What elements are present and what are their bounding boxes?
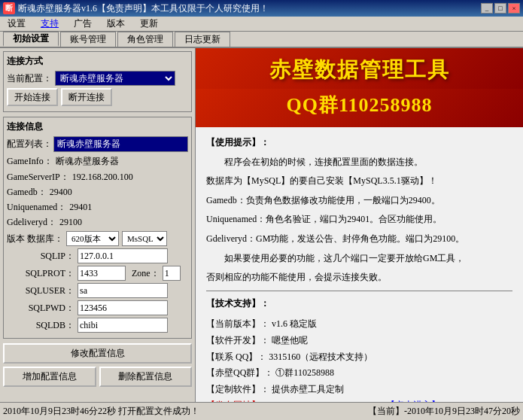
tech-header: 【技术支持】： [206,298,269,309]
tech-value-2: 3315160（远程技术支持） [269,352,372,362]
gdeliveryd-label: Gdeliveryd： [7,216,56,229]
db-type-select[interactable]: MsSQL库 MySQL库 [122,231,167,246]
right-panel: 赤壁数据管理工具 QQ群110258988 【使用提示】： 程序会在初始的时候，… [196,48,523,402]
tips-line-6: 否则相应的功能不能使用，会提示连接失败。 [206,269,512,286]
conn-section-title: 连接方式 [7,55,188,68]
tech-row-3: 【赤壁QQ群】： ①群110258988 [206,365,512,382]
sqlip-row: SQLIP： [7,248,188,263]
conn-info-title: 连接信息 [7,120,188,133]
title-bar-left: 断 断魂赤壁服务器v1.6【免责声明】本工具仅限于个人研究使用！ [3,2,269,15]
menu-item-settings[interactable]: 设置 [3,16,30,32]
gameserverip-row: GameServerIP： 192.168.200.100 [7,171,188,184]
tab-bar: 初始设置 账号管理 角色管理 日志更新 [0,32,523,48]
bottom-buttons: 修改配置信息 增加配置信息 删除配置信息 [3,343,192,387]
tech-row-4: 【定制软件】： 提供赤壁工具定制 [206,382,512,398]
sqlport-input[interactable] [78,266,126,281]
window-title: 断魂赤壁服务器v1.6【免责声明】本工具仅限于个人研究使用！ [18,2,269,15]
menu-item-support[interactable]: 支持 [36,16,63,32]
tab-role-management[interactable]: 角色管理 [117,32,173,47]
current-config-row: 当前配置： 断魂赤壁服务器 [7,71,188,86]
tech-row-2: 【联系 QQ】： 3315160（远程技术支持） [206,349,512,366]
gdeliveryd-value: 29100 [58,216,84,229]
menu-item-version[interactable]: 版本 [102,16,129,32]
config-select[interactable]: 断魂赤壁服务器 [55,71,175,86]
tips-line-1: 数据库为【MySQL】的要自己安装【MySQL3.5.1驱动】！ [206,173,512,190]
gamedb-value: 29400 [48,186,74,199]
sqluser-label: SQLUSER： [7,285,74,297]
disconnect-button[interactable]: 断开连接 [61,88,112,106]
sqlpwd-row: SQLPWD： [7,300,188,315]
gamedb-row: Gamedb： 29400 [7,186,188,199]
tab-initial-settings[interactable]: 初始设置 [3,32,59,47]
version-row: 版本 数据库： 620版本 519版本 MsSQL库 MySQL库 [7,231,188,246]
menu-item-update[interactable]: 更新 [135,16,163,32]
sqldb-input[interactable] [78,318,168,333]
uniquenamed-label: Uniquenamed： [7,201,66,214]
tips-line-3: Uniquenamed：角色名验证，端口为29401。合区功能使用。 [206,212,512,228]
left-panel: 连接方式 当前配置： 断魂赤壁服务器 开始连接 断开连接 连接信息 配置列表： … [0,48,196,402]
tips-line-0: 程序会在初始的时候，连接配置里面的数据连接。 [206,154,512,171]
tab-log-update[interactable]: 日志更新 [175,32,230,47]
menu-bar: 设置 支持 广告 版本 更新 [0,17,523,32]
version-select[interactable]: 620版本 519版本 [66,231,119,246]
tips-line-4: Gdeliveryd：GM功能，发送公告、封停角色功能。端口为29100。 [206,231,512,248]
tech-row-0: 【当前版本】： v1.6 稳定版 [206,316,512,333]
minimize-button[interactable]: _ [481,3,493,14]
right-content: 【使用提示】： 程序会在初始的时候，连接配置里面的数据连接。 数据库为【MySQ… [196,127,523,402]
sqlpwd-input[interactable] [78,300,168,315]
sqlport-label: SQLPROT： [7,267,74,280]
tips-line-2: Gamedb：负责角色数据修改功能使用，一般端口为29400。 [206,193,512,209]
tech-value-0: v1.6 稳定版 [272,318,317,329]
sqlip-label: SQLIP： [7,250,74,263]
close-button[interactable]: × [508,3,520,14]
tech-label-4: 【定制软件】： [206,384,269,394]
sqluser-row: SQLUSER： [7,283,188,298]
version-label: 版本 数据库： [7,233,63,245]
gameserverip-label: GameServerIP： [7,171,69,184]
uniquenamed-value: 29401 [68,201,93,214]
tips-header: 【使用提示】： [206,137,269,148]
title-buttons: _ □ × [481,3,520,14]
tech-block: 【当前版本】： v1.6 稳定版 【软件开发】： 嗯堡他呢 【联系 QQ】： 3… [206,316,512,402]
gameserverip-value: 192.168.200.100 [71,171,135,184]
status-bar: 2010年10月9日23时46分22秒 打开配置文件成功！ 【当前】-2010年… [0,402,523,420]
divider [206,291,512,291]
status-right: 【当前】-2010年10月9日23时47分20秒 [368,405,520,418]
gameinfo-label: GameInfo： [7,155,53,168]
gamedb-label: Gamedb： [7,186,47,199]
sqluser-input[interactable] [78,283,168,298]
add-config-button[interactable]: 增加配置信息 [3,367,96,387]
main-content: 连接方式 当前配置： 断魂赤壁服务器 开始连接 断开连接 连接信息 配置列表： … [0,48,523,402]
tech-label-2: 【联系 QQ】： [206,352,266,362]
status-left: 2010年10月9日23时46分22秒 打开配置文件成功！ [3,405,362,418]
current-config-label: 当前配置： [7,72,52,85]
tech-label-1: 【软件开发】： [206,335,269,345]
sqldb-row: SQLDB： [7,318,188,333]
gameinfo-value: 断魂赤壁服务器 [54,154,120,169]
zone-input[interactable] [163,266,181,281]
tech-label-5: 【发布网址】： [206,400,269,402]
tech-value-3: ①群110258988 [275,367,334,378]
config-list-label: 配置列表： [7,138,52,151]
tech-value-5[interactable]: Http://Hi.BaiDu.Com/3315160 [272,400,384,402]
sqlip-input[interactable] [78,248,168,263]
connection-info-section: 连接信息 配置列表： 断魂赤壁服务器 GameInfo： 断魂赤壁服务器 Gam… [3,117,192,339]
tips-line-5: 如果要使用必要的功能，这几个端口一定要开放给GM工具， [206,251,512,267]
tech-row-1: 【软件开发】： 嗯堡他呢 [206,333,512,349]
add-delete-row: 增加配置信息 删除配置信息 [3,367,192,387]
start-connect-button[interactable]: 开始连接 [7,88,58,106]
modify-config-button[interactable]: 修改配置信息 [3,343,192,364]
right-header-title: 赤壁数据管理工具 [196,48,523,89]
maximize-button[interactable]: □ [494,3,506,14]
tech-extra-5[interactable]: 【点击进入】 [386,400,440,402]
menu-item-ads[interactable]: 广告 [69,16,96,32]
connection-buttons-row: 开始连接 断开连接 [7,88,188,106]
sqlpwd-label: SQLPWD： [7,302,74,315]
zone-label: Zone： [132,267,160,280]
sqldb-label: SQLDB： [7,319,74,332]
tech-label-3: 【赤壁QQ群】： [206,367,273,378]
delete-config-button[interactable]: 删除配置信息 [99,367,193,387]
sqlport-row: SQLPROT： Zone： [7,266,188,281]
tab-account-management[interactable]: 账号管理 [60,32,116,47]
tech-value-1: 嗯堡他呢 [272,335,308,345]
